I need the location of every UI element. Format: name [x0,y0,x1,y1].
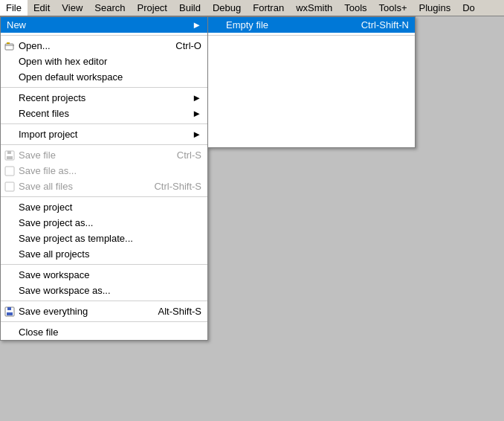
save-all-files-shortcut: Ctrl-Shift-S [132,181,201,192]
file-new-label: New [7,19,26,30]
class-label: Class... [226,40,258,51]
file-sep1 [1,35,207,36]
svg-rect-6 [5,182,14,191]
empty-file-label: Empty file [226,19,268,30]
svg-rect-0 [5,44,13,50]
menu-tools-plus[interactable]: Tools+ [373,0,413,16]
recent-files-label: Recent files [19,108,69,119]
save-all-projects-label: Save all projects [19,248,89,260]
file-item[interactable]: File... [208,85,415,100]
menu-project[interactable]: Project [132,0,173,16]
menu-file-label: File [6,2,22,13]
save-everything-label: Save everything [19,306,88,317]
svg-rect-5 [5,167,14,176]
menu-debug-label: Debug [213,2,241,13]
menu-do[interactable]: Do [456,0,481,16]
save-file-icon [4,150,16,161]
file-new-item[interactable]: New ► Empty file Ctrl-Shift-N Class... P… [1,17,207,33]
custom-label: Custom... [226,103,268,114]
menu-wxsmith[interactable]: wxSmith [290,0,338,16]
file-sep2 [1,87,207,88]
class-item[interactable]: Class... [208,38,415,54]
file-sep7 [1,301,207,301]
build-target-item[interactable]: Build target... [208,69,415,85]
save-project-as-item[interactable]: Save project as... [1,215,207,231]
svg-rect-1 [7,42,10,44]
menu-plugins[interactable]: Plugins [413,0,457,16]
nassi-label: Nassi Shneiderman diagram [226,134,348,145]
save-project-label: Save project [19,202,72,213]
svg-rect-4 [7,151,11,154]
save-file-label: Save file [19,150,56,161]
recent-files-arrow-icon: ► [177,108,201,119]
file-sep4 [1,144,207,145]
file-sep6 [1,264,207,265]
new-submenu-sep1 [208,35,415,36]
build-target-label: Build target... [226,71,283,83]
save-file-shortcut: Ctrl-S [155,150,201,161]
project-item[interactable]: Project... [208,54,415,69]
save-all-files-label: Save all files [19,181,73,192]
file-sep5 [1,196,207,197]
import-project-arrow-icon: ► [177,129,201,140]
open-icon [4,40,16,52]
menu-tools[interactable]: Tools [338,0,372,16]
recent-projects-item[interactable]: Recent projects ► [1,90,207,106]
svg-rect-9 [7,307,11,310]
save-workspace-item[interactable]: Save workspace [1,267,207,283]
open-workspace-label: Open default workspace [19,71,123,83]
custom-item[interactable]: Custom... [208,100,415,116]
recent-files-item[interactable]: Recent files ► [1,106,207,121]
menu-search[interactable]: Search [88,0,131,16]
empty-file-item[interactable]: Empty file Ctrl-Shift-N [208,17,415,33]
save-workspace-as-label: Save workspace as... [19,285,111,296]
save-project-template-label: Save project as template... [19,233,133,244]
save-everything-item[interactable]: Save everything Alt-Shift-S [1,303,207,319]
menu-debug[interactable]: Debug [207,0,247,16]
empty-file-shortcut: Ctrl-Shift-N [339,19,409,30]
save-workspace-as-item[interactable]: Save workspace as... [1,283,207,298]
nassi-item[interactable]: Nassi Shneiderman diagram [208,132,415,147]
menu-project-label: Project [138,2,167,13]
open-item[interactable]: Open... Ctrl-O [1,38,207,54]
project-label: Project... [226,56,264,67]
recent-projects-arrow-icon: ► [177,92,201,103]
save-file-item[interactable]: Save file Ctrl-S [1,147,207,163]
menu-search-label: Search [94,2,125,13]
save-all-files-item[interactable]: Save all files Ctrl-Shift-S [1,179,207,194]
menu-fortran[interactable]: Fortran [247,0,290,16]
open-label: Open... [19,40,51,51]
menu-file[interactable]: File [0,0,28,16]
file-sep8 [1,321,207,322]
save-everything-icon [4,306,16,318]
menu-bar: File Edit View Search Project Build Debu… [0,0,504,16]
open-hex-item[interactable]: Open with hex editor [1,54,207,69]
save-file-as-icon [4,165,16,177]
open-shortcut: Ctrl-O [153,40,201,51]
open-workspace-item[interactable]: Open default workspace [1,69,207,85]
import-project-item[interactable]: Import project ► [1,126,207,142]
new-submenu: Empty file Ctrl-Shift-N Class... Project… [207,16,416,148]
menu-tools-plus-label: Tools+ [379,2,407,13]
menu-do-label: Do [462,2,475,13]
save-file-as-item[interactable]: Save file as... [1,163,207,179]
menu-view-label: View [62,2,83,13]
file-label: File... [226,87,250,98]
menu-wxsmith-label: wxSmith [296,2,332,13]
file-dropdown: New ► Empty file Ctrl-Shift-N Class... P… [0,16,208,341]
menu-edit[interactable]: Edit [28,0,56,16]
save-project-item[interactable]: Save project [1,199,207,215]
svg-rect-3 [7,156,13,159]
save-project-template-item[interactable]: Save project as template... [1,231,207,246]
recent-projects-label: Recent projects [19,92,85,103]
menu-plugins-label: Plugins [419,2,451,13]
menu-view[interactable]: View [56,0,88,16]
save-project-as-label: Save project as... [19,217,93,228]
close-file-item[interactable]: Close file [1,324,207,340]
menu-build[interactable]: Build [173,0,207,16]
from-template-label: From template... [226,118,297,129]
from-template-item[interactable]: From template... [208,116,415,132]
svg-rect-8 [7,312,13,315]
new-arrow-icon: ► [177,19,201,30]
save-all-projects-item[interactable]: Save all projects [1,246,207,262]
